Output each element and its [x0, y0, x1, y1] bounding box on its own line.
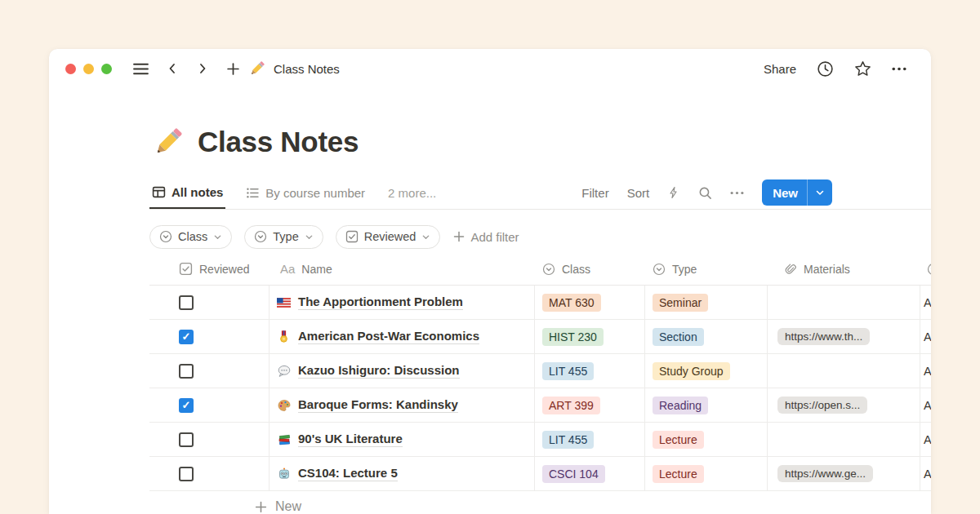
text-property-icon: Aa	[280, 262, 295, 276]
reviewed-checkbox[interactable]	[179, 330, 194, 344]
name-cell[interactable]: CS104: Lecture 5	[270, 457, 535, 490]
pencil-icon	[151, 125, 185, 159]
minimize-window-button[interactable]	[83, 64, 94, 74]
name-cell[interactable]: Kazuo Ishiguro: Discussion	[270, 354, 535, 388]
automations-bolt-icon[interactable]	[667, 186, 680, 199]
search-icon[interactable]	[698, 186, 712, 200]
filter-chip-type[interactable]: Type	[244, 225, 323, 249]
type-tag[interactable]: Lecture	[653, 465, 704, 483]
new-row-button[interactable]: New	[254, 499, 931, 514]
checkbox-property-icon	[345, 230, 359, 243]
type-tag[interactable]: Lecture	[653, 431, 704, 449]
type-tag[interactable]: Section	[653, 328, 704, 346]
tab-more-views[interactable]: 2 more...	[385, 176, 439, 209]
forward-icon[interactable]	[196, 62, 209, 75]
sidebar-toggle-icon[interactable]	[133, 63, 149, 75]
reviewed-checkbox[interactable]	[179, 432, 194, 447]
class-cell[interactable]: LIT 455	[535, 423, 645, 456]
column-header-class[interactable]: Class	[535, 253, 645, 285]
class-cell[interactable]: LIT 455	[535, 354, 645, 388]
medal-icon	[277, 330, 291, 343]
column-label: Materials	[804, 263, 850, 276]
type-cell[interactable]: Study Group	[645, 354, 768, 388]
type-cell[interactable]: Lecture	[645, 457, 768, 490]
select-property-icon	[927, 263, 931, 276]
type-cell[interactable]: Reading	[645, 388, 768, 422]
class-tag[interactable]: ART 399	[542, 397, 600, 414]
palette-icon	[277, 399, 291, 412]
type-tag[interactable]: Study Group	[653, 362, 730, 380]
page-name-link[interactable]: Baroque Forms: Kandinsky	[298, 397, 458, 413]
type-cell[interactable]: Lecture	[645, 423, 768, 456]
class-cell[interactable]: CSCI 104	[535, 457, 645, 490]
class-cell[interactable]: HIST 230	[535, 320, 645, 353]
filter-button[interactable]: Filter	[581, 186, 608, 200]
new-page-icon[interactable]	[226, 62, 240, 76]
materials-cell[interactable]	[768, 354, 920, 388]
class-cell[interactable]: MAT 630	[535, 286, 645, 319]
column-header-truncated[interactable]	[920, 253, 931, 285]
breadcrumb[interactable]: Class Notes	[248, 60, 340, 78]
share-button[interactable]: Share	[764, 62, 796, 76]
truncated-cell: A	[920, 320, 931, 353]
class-tag[interactable]: LIT 455	[542, 362, 594, 380]
materials-cell[interactable]: https://www.ge...	[768, 457, 920, 490]
class-cell[interactable]: ART 399	[535, 388, 645, 422]
close-window-button[interactable]	[65, 64, 76, 74]
column-header-name[interactable]: Aa Name	[270, 253, 535, 285]
page-name-link[interactable]: CS104: Lecture 5	[298, 466, 398, 481]
materials-cell[interactable]: https://open.s...	[768, 388, 920, 422]
table-row: American Post-War Economics HIST 230 Sec…	[149, 320, 931, 354]
filter-chip-class[interactable]: Class	[149, 225, 232, 249]
tab-by-course-number[interactable]: By course number	[243, 176, 368, 209]
new-button-chevron-down-icon[interactable]	[807, 179, 832, 206]
materials-url-chip[interactable]: https://www.ge...	[777, 465, 873, 482]
add-filter-button[interactable]: Add filter	[452, 230, 519, 244]
name-cell[interactable]: 90's UK Literature	[270, 423, 535, 456]
type-tag[interactable]: Reading	[653, 397, 708, 414]
reviewed-checkbox[interactable]	[179, 398, 194, 413]
materials-url-chip[interactable]: https://www.th...	[777, 328, 870, 345]
history-clock-icon[interactable]	[817, 60, 834, 78]
page-name-link[interactable]: Kazuo Ishiguro: Discussion	[298, 363, 460, 379]
sort-button[interactable]: Sort	[627, 186, 650, 200]
truncated-text: A	[924, 433, 931, 446]
materials-cell[interactable]: https://www.th...	[768, 320, 920, 353]
reviewed-checkbox[interactable]	[179, 467, 194, 481]
tab-all-notes[interactable]: All notes	[149, 176, 225, 209]
back-icon[interactable]	[166, 62, 179, 75]
favorite-star-icon[interactable]	[854, 60, 871, 78]
column-header-reviewed[interactable]: Reviewed	[149, 253, 270, 285]
class-tag[interactable]: CSCI 104	[542, 465, 605, 483]
page-name-link[interactable]: 90's UK Literature	[298, 432, 403, 447]
class-tag[interactable]: LIT 455	[542, 431, 594, 449]
filter-chip-label: Reviewed	[364, 230, 416, 243]
new-button[interactable]: New	[762, 179, 832, 206]
name-cell[interactable]: Baroque Forms: Kandinsky	[270, 388, 535, 422]
type-cell[interactable]: Section	[645, 320, 768, 353]
name-cell[interactable]: American Post-War Economics	[270, 320, 535, 353]
reviewed-checkbox[interactable]	[179, 364, 194, 379]
class-tag[interactable]: MAT 630	[542, 294, 601, 312]
new-button-label[interactable]: New	[762, 179, 807, 206]
database-table: Reviewed Aa Name Class Type	[149, 253, 931, 514]
truncated-text: A	[924, 365, 931, 378]
type-tag[interactable]: Seminar	[653, 294, 708, 312]
class-tag[interactable]: HIST 230	[542, 328, 604, 346]
page-name-link[interactable]: The Apportionment Problem	[298, 295, 463, 310]
more-options-icon[interactable]	[892, 67, 906, 71]
column-header-materials[interactable]: Materials	[768, 253, 920, 285]
type-cell[interactable]: Seminar	[645, 286, 768, 319]
materials-cell[interactable]	[768, 286, 920, 319]
table-row: Baroque Forms: Kandinsky ART 399 Reading…	[149, 388, 931, 423]
view-options-icon[interactable]	[730, 191, 744, 195]
page-title: Class Notes	[151, 122, 931, 162]
column-header-type[interactable]: Type	[645, 253, 768, 285]
name-cell[interactable]: The Apportionment Problem	[270, 286, 535, 319]
materials-url-chip[interactable]: https://open.s...	[777, 397, 867, 414]
materials-cell[interactable]	[768, 423, 920, 456]
page-name-link[interactable]: American Post-War Economics	[298, 329, 479, 344]
reviewed-checkbox[interactable]	[179, 295, 194, 310]
zoom-window-button[interactable]	[101, 64, 112, 74]
filter-chip-reviewed[interactable]: Reviewed	[336, 225, 441, 249]
